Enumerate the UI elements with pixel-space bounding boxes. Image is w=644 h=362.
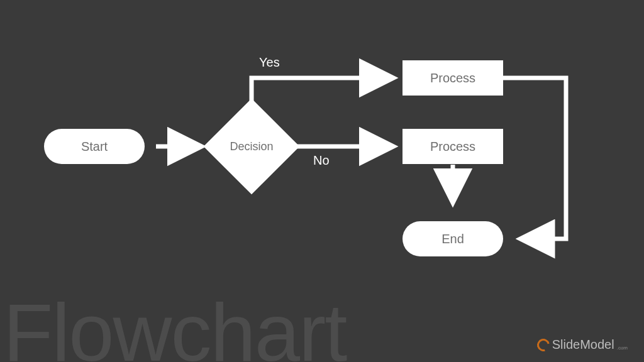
node-process-yes-label: Process bbox=[430, 71, 475, 85]
node-decision: Decision bbox=[218, 112, 286, 180]
node-process-no-label: Process bbox=[430, 140, 475, 154]
logo-suffix: .com bbox=[617, 345, 628, 351]
node-end: End bbox=[402, 221, 503, 256]
branch-yes-label: Yes bbox=[259, 55, 280, 70]
slidemodel-logo: SlideModel .com bbox=[537, 337, 628, 352]
watermark-text: Flowchart bbox=[3, 285, 346, 362]
branch-no-label: No bbox=[313, 153, 330, 168]
node-start: Start bbox=[44, 129, 145, 164]
node-decision-label: Decision bbox=[230, 140, 273, 153]
node-start-label: Start bbox=[81, 140, 108, 154]
logo-text: SlideModel bbox=[552, 337, 614, 352]
node-process-yes: Process bbox=[402, 60, 503, 96]
node-end-label: End bbox=[441, 232, 464, 246]
logo-ring-icon bbox=[535, 336, 552, 353]
node-process-no: Process bbox=[402, 129, 503, 164]
